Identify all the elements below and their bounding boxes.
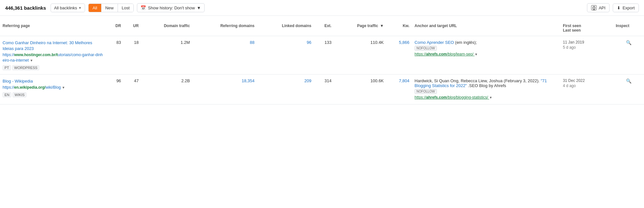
col-dr: DR bbox=[106, 16, 124, 36]
ref-page-url-2: https://en.wikipedia.org/wiki/Blog ▼ bbox=[3, 85, 65, 90]
col-ext: Ext. bbox=[314, 16, 334, 36]
last-seen-2: 4 d ago bbox=[563, 84, 610, 88]
target-url-dropdown-icon-1[interactable]: ▼ bbox=[475, 53, 478, 56]
filter-lost-button[interactable]: Lost bbox=[118, 4, 134, 12]
table-row: Como Ganhar Dinheiro na Internet: 30 Mel… bbox=[0, 36, 644, 74]
api-button[interactable]: {} API bbox=[587, 3, 610, 12]
inspect-cell-1: 🔍 bbox=[613, 36, 644, 74]
first-seen-label: First seenLast seen bbox=[563, 24, 581, 33]
referring-domains-cell-2: 18,354 bbox=[192, 74, 257, 104]
api-icon: {} bbox=[591, 5, 597, 10]
date-cell-1: 11 Jan 2019 5 d ago bbox=[560, 36, 613, 74]
table-row: Blog - Wikipedia https://en.wikipedia.or… bbox=[0, 74, 644, 104]
col-anchor-target: Anchor and target URL bbox=[412, 16, 560, 36]
col-kw: Kw. bbox=[386, 16, 412, 36]
export-button[interactable]: ⬇ Export bbox=[613, 4, 639, 12]
inspect-cell-2: 🔍 bbox=[613, 74, 644, 104]
anchor-link-1[interactable]: Como Aprender SEO bbox=[415, 40, 454, 45]
backlinks-count: 446,361 backlinks bbox=[5, 5, 46, 11]
target-url-1[interactable]: https://ahrefs.com/blog/learn-seo/ bbox=[415, 52, 475, 56]
tags-2: EN WIKIS bbox=[3, 92, 103, 97]
col-referring-domains: Referring domains bbox=[192, 16, 257, 36]
kw-cell-2: 7,804 bbox=[386, 74, 412, 104]
anchor-suffix-1: (em inglês); bbox=[454, 40, 477, 45]
show-history-label: Show history: Don't show bbox=[148, 5, 195, 10]
last-seen-1: 5 d ago bbox=[563, 45, 610, 50]
tags-1: PT WORDPRESS bbox=[3, 65, 103, 70]
tag-en: EN bbox=[3, 92, 11, 97]
linked-domains-link-2[interactable]: 209 bbox=[304, 78, 312, 83]
toolbar: 446,361 backlinks All backlinks ▼ All Ne… bbox=[0, 0, 644, 16]
tag-wordpress: WORDPRESS bbox=[12, 65, 39, 70]
col-first-last-seen: First seenLast seen bbox=[560, 16, 613, 36]
dr-cell-1: 83 bbox=[106, 36, 124, 74]
anchor-text-plain-2: Hardwick, Si Quan Ong, Rebecca Liew, Jos… bbox=[415, 78, 541, 83]
api-label: API bbox=[599, 5, 605, 10]
show-history-button[interactable]: 📅 Show history: Don't show ▼ bbox=[137, 3, 204, 12]
anchor-suffix2: .SEO Blog by Ahrefs bbox=[467, 83, 506, 88]
referring-page-cell-2: Blog - Wikipedia https://en.wikipedia.or… bbox=[0, 74, 106, 104]
referring-domains-cell-1: 88 bbox=[192, 36, 257, 74]
ref-page-title-2[interactable]: Blog - Wikipedia bbox=[3, 78, 103, 84]
table-header-row: Referring page DR UR Domain traffic Refe… bbox=[0, 16, 644, 36]
linked-domains-link-1[interactable]: 96 bbox=[307, 40, 311, 45]
filter-all-button[interactable]: All bbox=[89, 4, 101, 12]
page-traffic-cell-1: 110.4K bbox=[334, 36, 386, 74]
anchor-cell-1: Como Aprender SEO (em inglês); NOFOLLOW … bbox=[412, 36, 560, 74]
nofollow-badge-1: NOFOLLOW bbox=[415, 46, 437, 51]
domain-traffic-cell-1: 1.2M bbox=[141, 36, 192, 74]
filter-new-button[interactable]: New bbox=[101, 4, 118, 12]
anchor-cell-2: Hardwick, Si Quan Ong, Rebecca Liew, Jos… bbox=[412, 74, 560, 104]
ext-cell-1: 133 bbox=[314, 36, 334, 74]
kw-cell-1: 5,866 bbox=[386, 36, 412, 74]
domain-traffic-cell-2: 2.2B bbox=[141, 74, 192, 104]
col-domain-traffic: Domain traffic bbox=[141, 16, 192, 36]
linked-domains-cell-1: 96 bbox=[257, 36, 314, 74]
ext-cell-2: 314 bbox=[314, 74, 334, 104]
url-dropdown-icon-2[interactable]: ▼ bbox=[62, 86, 65, 89]
chevron-down-icon-history: ▼ bbox=[197, 5, 201, 10]
referring-page-cell-1: Como Ganhar Dinheiro na Internet: 30 Mel… bbox=[0, 36, 106, 74]
chevron-down-icon: ▼ bbox=[78, 6, 82, 10]
ur-cell-1: 18 bbox=[124, 36, 141, 74]
inspect-search-icon-1[interactable]: 🔍 bbox=[626, 40, 631, 45]
filter-group: All New Lost bbox=[88, 4, 134, 12]
ref-page-url-1: https://www.hostinger.com.br/tutoriais/c… bbox=[3, 53, 103, 63]
url-dropdown-icon-1[interactable]: ▼ bbox=[30, 59, 33, 62]
col-inspect: Inspect bbox=[613, 16, 644, 36]
col-ur: UR bbox=[124, 16, 141, 36]
nofollow-badge-2: NOFOLLOW bbox=[415, 89, 437, 94]
backlinks-table: Referring page DR UR Domain traffic Refe… bbox=[0, 16, 644, 104]
col-linked-domains: Linked domains bbox=[257, 16, 314, 36]
export-label: Export bbox=[622, 5, 635, 10]
target-url-dropdown-icon-2[interactable]: ▼ bbox=[489, 96, 492, 99]
page-traffic-cell-2: 100.6K bbox=[334, 74, 386, 104]
referring-domains-link-2[interactable]: 18,354 bbox=[242, 78, 255, 83]
tag-pt: PT bbox=[3, 65, 11, 70]
col-page-traffic[interactable]: Page traffic ▼ bbox=[334, 16, 386, 36]
ur-cell-2: 47 bbox=[124, 74, 141, 104]
inspect-search-icon-2[interactable]: 🔍 bbox=[626, 78, 631, 84]
all-backlinks-dropdown[interactable]: All backlinks ▼ bbox=[51, 4, 85, 12]
kw-link-2[interactable]: 7,804 bbox=[399, 78, 409, 83]
linked-domains-cell-2: 209 bbox=[257, 74, 314, 104]
date-cell-2: 31 Dec 2022 4 d ago bbox=[560, 74, 613, 104]
col-referring-page: Referring page bbox=[0, 16, 106, 36]
first-seen-1: 11 Jan 2019 bbox=[563, 40, 610, 45]
ref-page-title-1[interactable]: Como Ganhar Dinheiro na Internet: 30 Mel… bbox=[3, 40, 103, 52]
target-url-2[interactable]: https://ahrefs.com/blog/blogging-statist… bbox=[415, 95, 489, 100]
tag-wikis: WIKIS bbox=[13, 92, 26, 97]
first-seen-2: 31 Dec 2022 bbox=[563, 78, 610, 83]
all-backlinks-label: All backlinks bbox=[54, 5, 77, 10]
calendar-icon: 📅 bbox=[140, 5, 146, 10]
export-icon: ⬇ bbox=[617, 5, 620, 10]
sort-arrow-icon: ▼ bbox=[380, 24, 384, 28]
dr-cell-2: 96 bbox=[106, 74, 124, 104]
kw-link-1[interactable]: 5,866 bbox=[399, 40, 409, 45]
referring-domains-link-1[interactable]: 88 bbox=[250, 40, 255, 45]
